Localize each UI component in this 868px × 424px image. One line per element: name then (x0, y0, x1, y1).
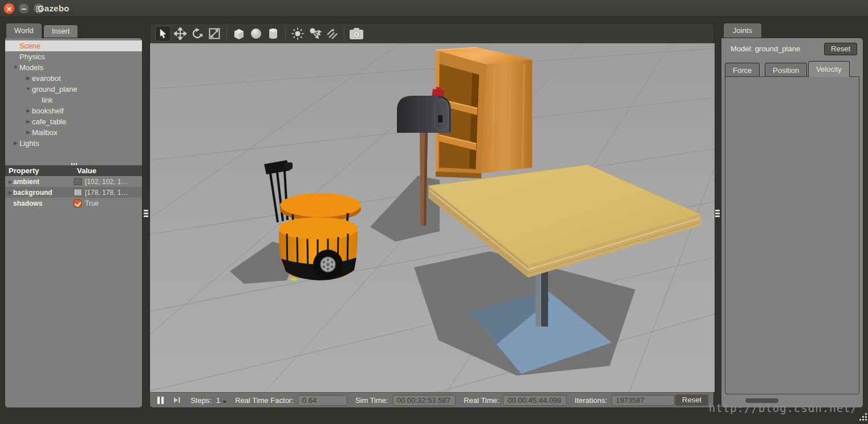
tree-item-ground-plane[interactable]: ▼ground_plane (5, 84, 142, 95)
scale-arrows-icon (208, 27, 221, 40)
tree-item-mailbox[interactable]: ▶Mailbox (5, 127, 142, 138)
expander-icon[interactable]: ▶ (25, 116, 32, 127)
property-table-header: Property Value (5, 165, 142, 176)
iterations-field: 1973587 (611, 395, 675, 406)
tree-item-bookshelf[interactable]: ▶bookshelf (5, 105, 142, 116)
color-swatch (74, 189, 82, 196)
sim-time-field: 00 00:32:53.587 (392, 395, 456, 406)
cylinder-shape-icon (266, 27, 280, 40)
expander-icon[interactable]: ▼ (12, 62, 19, 73)
rtf-label: Real Time Factor: (235, 396, 294, 405)
viewport-3d-scene[interactable] (149, 43, 714, 392)
pause-button[interactable] (155, 394, 167, 406)
insert-cylinder-button[interactable] (265, 26, 281, 42)
rotate-tool-button[interactable] (189, 26, 205, 42)
color-swatch (74, 178, 82, 185)
scene-tree: Scene Physics ▼Models ▶evarobot ▼ground_… (5, 40, 142, 149)
window-resize-grip[interactable] (858, 411, 867, 421)
tree-item-evarobot[interactable]: ▶evarobot (5, 73, 142, 84)
minimize-icon[interactable] (18, 3, 30, 14)
move-arrows-icon (174, 27, 186, 40)
screenshot-button[interactable] (348, 26, 364, 42)
tab-position[interactable]: Position (765, 63, 807, 77)
property-row-background[interactable]: ▶ background [178, 178, 1… (5, 187, 142, 198)
insert-box-button[interactable] (231, 26, 247, 42)
joints-model-row: Model: ground_plane Reset (721, 43, 863, 56)
select-tool-button[interactable] (155, 26, 171, 42)
tree-item-lights[interactable]: ▶Lights (5, 138, 142, 149)
property-row-shadows[interactable]: shadows True (5, 198, 142, 209)
property-row-ambient[interactable]: ▶ ambient [102, 102, 1… (5, 176, 142, 187)
close-icon[interactable] (3, 3, 15, 14)
shadows-checkbox[interactable] (74, 199, 82, 207)
tab-force[interactable]: Force (725, 63, 760, 77)
steps-value[interactable]: 1 (216, 396, 220, 405)
box-shape-icon (232, 27, 246, 40)
scale-tool-button[interactable] (206, 26, 222, 42)
translate-tool-button[interactable] (172, 26, 188, 42)
tree-item-scene[interactable]: Scene (5, 40, 142, 51)
tab-joints[interactable]: Joints (723, 23, 762, 38)
expander-icon[interactable]: ▼ (25, 84, 32, 95)
toolbar-separator (285, 27, 286, 40)
steps-dropdown-icon[interactable] (222, 401, 227, 403)
sim-time-label: Sim Time: (355, 396, 388, 405)
tab-insert[interactable]: Insert (43, 25, 78, 38)
tab-velocity[interactable]: Velocity (808, 61, 850, 77)
expander-icon[interactable]: ▶ (12, 138, 19, 149)
real-time-label: Real Time: (464, 396, 499, 405)
property-table: Property Value ▶ ambient [102, 102, 1… ▶… (5, 165, 142, 209)
steps-label: Steps: (190, 396, 212, 405)
render-toolbar (149, 23, 714, 43)
tab-world[interactable]: World (6, 23, 42, 38)
window-title: Gazebo (38, 3, 69, 13)
directional-light-button[interactable] (324, 26, 340, 42)
time-reset-button[interactable]: Reset (675, 394, 709, 406)
joints-panel: Model: ground_plane Reset Force Position… (721, 38, 863, 408)
joints-model-label: Model: ground_plane (731, 44, 800, 53)
tree-item-cafe-table[interactable]: ▶cafe_table (5, 116, 142, 127)
sphere-shape-icon (249, 27, 263, 40)
rtf-value-field: 0.64 (298, 395, 347, 406)
time-panel: Steps: 1 Real Time Factor: 0.64 Sim Time… (149, 392, 714, 408)
directional-light-icon (325, 27, 339, 40)
expander-icon[interactable]: ▶ (5, 190, 13, 195)
cursor-arrow-icon (157, 28, 169, 39)
step-forward-icon (173, 396, 181, 404)
left-splitter[interactable] (143, 23, 149, 408)
joints-tab-bar: Force Position Velocity (725, 61, 861, 77)
world-panel: Scene Physics ▼Models ▶evarobot ▼ground_… (5, 38, 143, 408)
toolbar-separator (344, 27, 344, 40)
insert-sphere-button[interactable] (248, 26, 264, 42)
tree-item-physics[interactable]: Physics (5, 51, 142, 62)
right-splitter[interactable] (715, 23, 720, 408)
spot-light-icon (308, 27, 322, 40)
csdn-watermark: http://blog.csdn.net/ (709, 402, 858, 414)
tree-item-models[interactable]: ▼Models (5, 62, 142, 73)
rotate-arrows-icon (191, 27, 204, 40)
expander-icon[interactable]: ▶ (25, 73, 32, 84)
toolbar-separator (226, 27, 227, 40)
point-light-button[interactable] (290, 26, 306, 42)
iterations-label: Iterations: (575, 396, 607, 405)
joints-reset-button[interactable]: Reset (824, 43, 857, 55)
point-light-icon (291, 27, 305, 40)
expander-icon[interactable]: ▶ (25, 105, 32, 116)
tree-item-link[interactable]: link (5, 95, 142, 105)
step-button[interactable] (171, 394, 183, 406)
expander-icon[interactable]: ▶ (5, 179, 13, 185)
expander-icon[interactable]: ▶ (25, 127, 32, 138)
velocity-tab-content (725, 76, 859, 394)
window-titlebar: Gazebo (0, 0, 868, 17)
real-time-field: 00 00:45:44.098 (503, 395, 566, 406)
camera-icon (349, 27, 364, 40)
spot-light-button[interactable] (307, 26, 323, 42)
